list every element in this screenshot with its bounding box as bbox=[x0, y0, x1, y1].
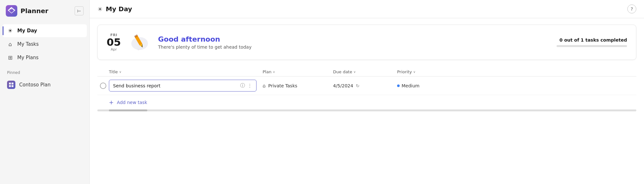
progress-bar-track bbox=[557, 45, 627, 47]
task-plan-text: Private Tasks bbox=[268, 83, 298, 88]
sidebar-item-label: My Tasks bbox=[17, 41, 39, 47]
task-title-cell: Send business report ⓘ ⋮ bbox=[109, 80, 263, 92]
collapse-icon: ⊢ bbox=[77, 8, 81, 13]
content-area: FRI 05 Apr bbox=[90, 18, 644, 184]
column-header-due-date[interactable]: Due date ∨ bbox=[333, 69, 397, 74]
sidebar-item-label: My Plans bbox=[17, 55, 38, 60]
help-icon: ? bbox=[631, 6, 633, 12]
svg-rect-7 bbox=[12, 85, 13, 87]
sun-icon: ☀ bbox=[7, 28, 13, 34]
pencil-illustration bbox=[129, 31, 150, 53]
main-content: ☀ My Day ? FRI 05 Apr bbox=[90, 0, 644, 184]
task-title-box[interactable]: Send business report ⓘ ⋮ bbox=[109, 80, 257, 92]
topbar-sun-icon: ☀ bbox=[97, 6, 102, 12]
svg-rect-4 bbox=[9, 83, 11, 84]
sidebar: Planner ⊢ ☀ My Day ⌂ My Tasks ⊞ My Plans… bbox=[0, 0, 90, 184]
column-header-priority[interactable]: Priority ∨ bbox=[397, 69, 636, 74]
planner-logo-icon bbox=[6, 5, 17, 17]
plan-sort-icon: ∨ bbox=[273, 70, 275, 74]
welcome-text: Good afternoon There's plenty of time to… bbox=[158, 35, 252, 50]
add-task-icon: + bbox=[109, 99, 114, 106]
title-sort-icon: ∨ bbox=[119, 70, 121, 74]
date-block: FRI 05 Apr bbox=[107, 33, 121, 52]
task-more-icon[interactable]: ⋮ bbox=[248, 83, 252, 89]
topbar: ☀ My Day ? bbox=[90, 0, 644, 18]
task-due-cell: 4/5/2024 ↻ bbox=[333, 83, 397, 88]
task-priority-cell: Medium bbox=[397, 83, 636, 88]
add-task-label: Add new task bbox=[117, 100, 147, 105]
welcome-left: FRI 05 Apr bbox=[107, 31, 251, 53]
priority-sort-icon: ∨ bbox=[413, 70, 415, 74]
sidebar-nav: ☀ My Day ⌂ My Tasks ⊞ My Plans bbox=[0, 22, 89, 67]
horizontal-scrollbar-thumb[interactable] bbox=[109, 109, 147, 111]
progress-section: 0 out of 1 tasks completed bbox=[557, 37, 627, 47]
topbar-left: ☀ My Day bbox=[97, 5, 132, 13]
horizontal-scrollbar-track bbox=[97, 109, 636, 111]
table-header: Title ∨ Plan ∨ Due date ∨ Priority ∨ bbox=[97, 68, 636, 76]
task-title-actions: ⓘ ⋮ bbox=[240, 83, 252, 89]
task-complete-area bbox=[97, 83, 109, 89]
page-title: My Day bbox=[106, 5, 132, 13]
home-icon: ⌂ bbox=[7, 41, 13, 47]
recurrence-icon[interactable]: ↻ bbox=[356, 83, 360, 88]
sidebar-item-my-tasks[interactable]: ⌂ My Tasks bbox=[3, 38, 87, 51]
table-row: Send business report ⓘ ⋮ ⌂ Private Tasks… bbox=[97, 76, 636, 95]
svg-rect-5 bbox=[12, 83, 13, 84]
day-number: 05 bbox=[107, 37, 121, 47]
contoso-plan-label: Contoso Plan bbox=[19, 82, 51, 88]
sidebar-item-label: My Day bbox=[17, 28, 37, 34]
pencil-icon bbox=[129, 31, 150, 52]
sidebar-item-my-day[interactable]: ☀ My Day bbox=[3, 24, 87, 37]
add-task-row[interactable]: + Add new task bbox=[97, 95, 636, 107]
task-priority-text: Medium bbox=[402, 83, 420, 88]
task-complete-button[interactable] bbox=[100, 83, 106, 89]
help-button[interactable]: ? bbox=[627, 4, 636, 13]
task-table: Title ∨ Plan ∨ Due date ∨ Priority ∨ bbox=[97, 68, 636, 111]
welcome-card: FRI 05 Apr bbox=[97, 25, 636, 60]
sidebar-item-my-plans[interactable]: ⊞ My Plans bbox=[3, 51, 87, 64]
progress-label: 0 out of 1 tasks completed bbox=[557, 37, 627, 43]
contoso-plan-icon bbox=[7, 81, 15, 89]
task-title-text: Send business report bbox=[113, 83, 160, 88]
priority-dot bbox=[397, 84, 400, 87]
task-info-icon[interactable]: ⓘ bbox=[240, 83, 245, 89]
app-name: Planner bbox=[20, 7, 48, 15]
plan-home-icon: ⌂ bbox=[263, 83, 266, 89]
task-plan-cell: ⌂ Private Tasks bbox=[263, 83, 333, 89]
column-header-title[interactable]: Title ∨ bbox=[109, 69, 263, 74]
collapse-sidebar-button[interactable]: ⊢ bbox=[75, 6, 84, 15]
duedate-sort-icon: ∨ bbox=[354, 70, 356, 74]
task-due-date-text: 4/5/2024 bbox=[333, 83, 353, 88]
app-logo: Planner bbox=[6, 5, 48, 17]
sidebar-header: Planner ⊢ bbox=[0, 0, 89, 22]
sidebar-item-contoso-plan[interactable]: Contoso Plan bbox=[3, 77, 87, 92]
grid-icon: ⊞ bbox=[7, 54, 13, 61]
pinned-section-label: Pinned bbox=[0, 67, 89, 76]
svg-rect-6 bbox=[9, 85, 11, 87]
greeting-text: Good afternoon bbox=[158, 35, 252, 43]
greeting-subtitle: There's plenty of time to get ahead toda… bbox=[158, 44, 252, 50]
column-header-plan[interactable]: Plan ∨ bbox=[263, 69, 333, 74]
